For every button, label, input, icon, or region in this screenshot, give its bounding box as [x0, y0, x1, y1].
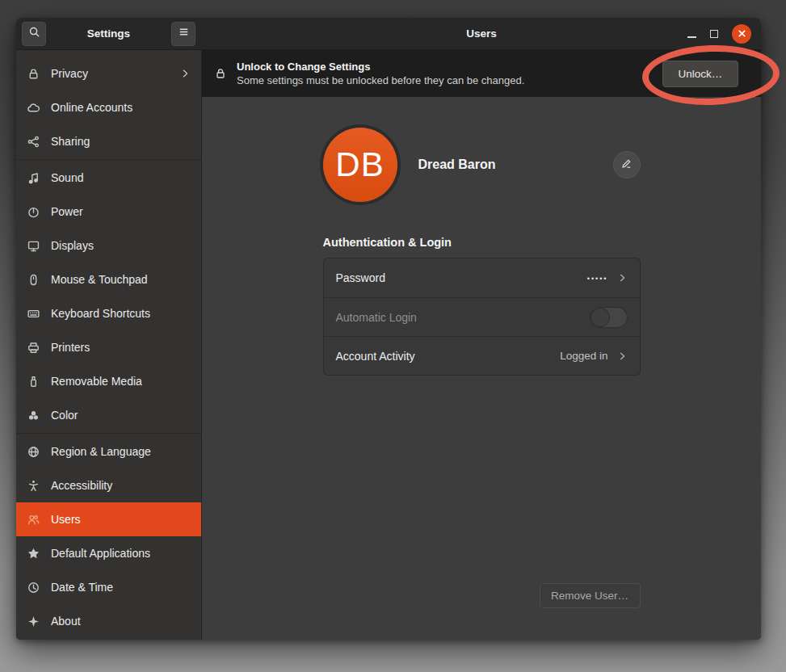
sidebar-item-sharing[interactable]: Sharing	[16, 124, 201, 158]
lock-icon	[214, 67, 227, 80]
titlebar: Users	[202, 18, 761, 50]
sidebar-item-label: Online Accounts	[51, 101, 191, 114]
sidebar-item-label: Accessibility	[51, 479, 191, 492]
sparkle-icon	[27, 615, 40, 628]
unlock-button[interactable]: Unlock…	[662, 61, 738, 87]
music-note-icon	[27, 171, 40, 185]
sidebar-item-label: About	[51, 615, 191, 628]
sidebar-item-removable-media[interactable]: Removable Media	[16, 364, 201, 398]
lock-icon	[27, 67, 40, 81]
remove-user-row: Remove User…	[323, 583, 641, 608]
sidebar-separator	[16, 159, 201, 160]
sidebar-item-label: Printers	[51, 341, 191, 354]
sidebar-separator	[16, 433, 201, 434]
sidebar-item-label: Sharing	[51, 135, 191, 148]
sidebar-item-label: Sound	[51, 171, 191, 184]
sidebar-item-displays[interactable]: Displays	[16, 229, 201, 262]
account-activity-value: Logged in	[560, 350, 607, 362]
star-icon	[27, 547, 40, 561]
sidebar-item-power[interactable]: Power	[16, 195, 201, 229]
users-icon	[27, 513, 40, 527]
flash-drive-icon	[27, 375, 40, 388]
users-content: DB Dread Baron Authentication & Login Pa…	[202, 97, 761, 640]
chevron-right-icon	[179, 68, 191, 79]
sidebar-item-label: Users	[51, 513, 191, 526]
sidebar-item-label: Color	[51, 409, 191, 422]
sidebar-item-default-applications[interactable]: Default Applications	[16, 536, 201, 570]
sidebar-item-users[interactable]: Users	[16, 502, 201, 536]
banner-text: Unlock to Change Settings Some settings …	[237, 61, 524, 86]
close-button[interactable]	[732, 24, 751, 44]
unlock-banner: Unlock to Change Settings Some settings …	[202, 50, 761, 97]
hamburger-menu-icon	[178, 26, 190, 41]
main-panel: Users Unlock to Change Settings Some set…	[202, 18, 761, 640]
sidebar-item-privacy[interactable]: Privacy	[16, 57, 201, 90]
display-icon	[27, 239, 40, 253]
sidebar-item-online-accounts[interactable]: Online Accounts	[16, 90, 201, 124]
sidebar-item-label: Keyboard Shortcuts	[51, 307, 191, 320]
clock-icon	[27, 581, 40, 594]
avatar-initials: DB	[335, 145, 384, 184]
sidebar-item-label: Displays	[51, 239, 191, 252]
window-controls	[687, 18, 751, 50]
printer-icon	[27, 341, 40, 355]
sidebar-item-label: Power	[51, 205, 191, 218]
menu-button[interactable]	[171, 22, 195, 46]
toggle-knob	[591, 308, 610, 327]
accessibility-icon	[27, 479, 40, 493]
chevron-right-icon	[616, 272, 628, 284]
auth-login-list: Password ••••• Automatic Login	[323, 258, 641, 376]
cloud-icon	[27, 101, 40, 115]
sidebar-item-label: Date & Time	[51, 581, 191, 594]
sidebar-nav: PrivacyOnline AccountsSharingSoundPowerD…	[16, 50, 201, 640]
sidebar-item-date-time[interactable]: Date & Time	[16, 570, 201, 604]
search-icon	[28, 26, 40, 41]
edit-name-button[interactable]	[613, 151, 641, 178]
sidebar-item-region-language[interactable]: Region & Language	[16, 435, 201, 468]
sidebar-title: Settings	[46, 27, 171, 40]
share-icon	[27, 135, 40, 149]
sidebar-item-color[interactable]: Color	[16, 398, 201, 432]
password-label: Password	[336, 271, 587, 284]
sidebar-item-label: Removable Media	[51, 375, 191, 388]
sidebar: Settings PrivacyOnline AccountsSharingSo…	[16, 18, 202, 640]
pencil-icon	[620, 158, 633, 173]
color-icon	[27, 409, 40, 422]
automatic-login-label: Automatic Login	[336, 311, 590, 324]
globe-icon	[27, 445, 40, 459]
sidebar-item-keyboard-shortcuts[interactable]: Keyboard Shortcuts	[16, 296, 201, 330]
page-title: Users	[466, 27, 497, 40]
sidebar-item-about[interactable]: About	[16, 604, 201, 638]
section-title: Authentication & Login	[323, 236, 641, 249]
banner-subtitle: Some settings must be unlocked before th…	[237, 74, 524, 86]
password-value: •••••	[587, 273, 608, 283]
avatar[interactable]: DB	[323, 128, 397, 202]
sidebar-item-accessibility[interactable]: Accessibility	[16, 468, 201, 502]
automatic-login-toggle[interactable]	[590, 307, 628, 328]
account-activity-row[interactable]: Account Activity Logged in	[324, 336, 640, 375]
search-button[interactable]	[22, 22, 46, 46]
account-activity-label: Account Activity	[336, 350, 561, 363]
mouse-icon	[27, 273, 40, 287]
settings-window: Settings PrivacyOnline AccountsSharingSo…	[16, 18, 761, 640]
power-icon	[27, 205, 40, 219]
sidebar-item-label: Default Applications	[51, 547, 191, 560]
banner-title: Unlock to Change Settings	[237, 61, 524, 73]
chevron-right-icon	[616, 351, 628, 362]
sidebar-item-label: Privacy	[51, 67, 169, 80]
close-icon	[738, 27, 746, 41]
maximize-icon[interactable]	[710, 30, 718, 38]
sidebar-item-label: Mouse & Touchpad	[51, 273, 191, 286]
password-row[interactable]: Password •••••	[324, 258, 640, 297]
minimize-icon[interactable]	[687, 36, 696, 38]
sidebar-item-label: Region & Language	[51, 445, 191, 458]
keyboard-icon	[27, 307, 40, 321]
user-header: DB Dread Baron	[323, 128, 641, 202]
sidebar-item-sound[interactable]: Sound	[16, 161, 201, 195]
automatic-login-row: Automatic Login	[324, 297, 640, 336]
sidebar-item-mouse-touchpad[interactable]: Mouse & Touchpad	[16, 262, 201, 296]
sidebar-item-printers[interactable]: Printers	[16, 330, 201, 364]
remove-user-button[interactable]: Remove User…	[540, 583, 641, 608]
user-name: Dread Baron	[418, 158, 613, 172]
sidebar-headerbar: Settings	[16, 18, 201, 50]
